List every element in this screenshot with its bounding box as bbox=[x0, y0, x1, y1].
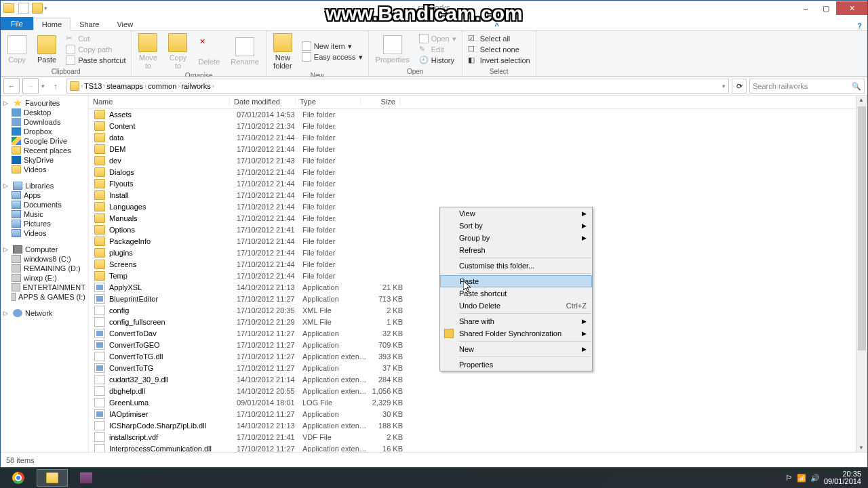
invert-selection-button[interactable]: ◧Invert selection bbox=[465, 56, 533, 65]
copy-to-button[interactable]: Copy to bbox=[164, 32, 191, 71]
file-row[interactable]: ICSharpCode.SharpZipLib.dll14/10/2012 21… bbox=[89, 420, 856, 432]
nav-drive-ent[interactable]: ENTERTAINMENT bbox=[1, 283, 88, 292]
file-row[interactable]: cudart32_30_9.dll14/10/2012 21:14Applica… bbox=[89, 374, 856, 386]
nav-recent[interactable]: Recent places bbox=[1, 146, 88, 155]
copy-path-button[interactable]: Copy path bbox=[63, 45, 128, 54]
col-name[interactable]: Name bbox=[89, 98, 230, 106]
nav-skydrive[interactable]: SkyDrive bbox=[1, 155, 88, 165]
properties-button[interactable]: Properties bbox=[372, 34, 414, 65]
tab-file[interactable]: File bbox=[1, 17, 33, 30]
history-button[interactable]: 🕘History bbox=[416, 56, 459, 65]
file-row[interactable]: Install17/10/2012 21:44File folder bbox=[89, 190, 856, 201]
crumb-ts13[interactable]: TS13 bbox=[84, 82, 102, 90]
ctx-shared-sync[interactable]: Shared Folder Synchronization▶ bbox=[440, 327, 592, 340]
search-input[interactable]: Search railworks 🔍 bbox=[749, 79, 865, 94]
new-item-button[interactable]: New item ▾ bbox=[299, 41, 366, 51]
nav-desktop[interactable]: Desktop bbox=[1, 108, 88, 117]
maximize-button[interactable]: ▢ bbox=[816, 1, 836, 15]
file-row[interactable]: dev17/10/2012 21:43File folder bbox=[89, 155, 856, 167]
move-to-button[interactable]: Move to bbox=[134, 32, 161, 71]
nav-music[interactable]: Music bbox=[1, 209, 88, 219]
copy-button[interactable]: Copy bbox=[3, 34, 31, 65]
nav-googledrive[interactable]: Google Drive bbox=[1, 136, 88, 146]
tab-home[interactable]: Home bbox=[33, 18, 71, 30]
delete-button[interactable]: ✕Delete bbox=[194, 36, 224, 67]
nav-drive-e[interactable]: winxp (E:) bbox=[1, 273, 88, 283]
tray-network-icon[interactable]: 📶 bbox=[797, 474, 806, 483]
nav-pictures[interactable]: Pictures bbox=[1, 219, 88, 228]
taskbar-chrome[interactable] bbox=[3, 469, 34, 487]
ctx-paste-shortcut[interactable]: Paste shortcut bbox=[440, 287, 592, 300]
ctx-undo-delete[interactable]: Undo DeleteCtrl+Z bbox=[440, 300, 592, 312]
file-row[interactable]: data17/10/2012 21:44File folder bbox=[89, 132, 856, 144]
recent-dropdown-icon[interactable]: ▾ bbox=[41, 83, 45, 89]
nav-lib-videos[interactable]: Videos bbox=[1, 228, 88, 238]
nav-drive-d[interactable]: REMAINING (D:) bbox=[1, 264, 88, 273]
back-button[interactable]: ← bbox=[3, 78, 20, 94]
edit-button[interactable]: ✎Edit bbox=[416, 45, 459, 54]
file-row[interactable]: Assets07/01/2014 14:53File folder bbox=[89, 109, 856, 121]
file-row[interactable]: IAOptimiser17/10/2012 11:27Application30… bbox=[89, 409, 856, 420]
breadcrumb[interactable]: › TS13› steamapps› common› railworks› ▾ bbox=[66, 79, 729, 94]
ctx-sort-by[interactable]: Sort by▶ bbox=[440, 220, 592, 232]
file-row[interactable]: Content17/10/2012 21:34File folder bbox=[89, 121, 856, 132]
taskbar-clock[interactable]: 20:35 09/01/2014 bbox=[824, 470, 861, 485]
minimize-button[interactable]: – bbox=[795, 1, 816, 15]
ctx-paste[interactable]: Paste bbox=[440, 275, 592, 287]
new-folder-button[interactable]: New folder bbox=[269, 32, 296, 71]
file-row[interactable]: Dialogs17/10/2012 21:44File folder bbox=[89, 167, 856, 178]
crumb-common[interactable]: common bbox=[148, 82, 176, 90]
forward-button[interactable]: → bbox=[22, 78, 39, 94]
tray-flag-icon[interactable]: 🏳 bbox=[785, 474, 793, 482]
col-type[interactable]: Type bbox=[296, 98, 361, 106]
ctx-refresh[interactable]: Refresh bbox=[440, 244, 592, 256]
nav-documents[interactable]: Documents bbox=[1, 200, 88, 209]
nav-videos[interactable]: Videos bbox=[1, 165, 88, 174]
ctx-share-with[interactable]: Share with▶ bbox=[440, 315, 592, 327]
crumb-steamapps[interactable]: steamapps bbox=[106, 82, 143, 90]
open-button[interactable]: Open ▾ bbox=[416, 34, 459, 43]
ctx-new[interactable]: New▶ bbox=[440, 343, 592, 355]
select-none-button[interactable]: ☐Select none bbox=[465, 45, 533, 54]
nav-dropbox[interactable]: Dropbox bbox=[1, 127, 88, 136]
col-date[interactable]: Date modified bbox=[230, 98, 296, 106]
nav-favourites[interactable]: ▷Favourites bbox=[1, 98, 88, 108]
tab-view[interactable]: View bbox=[108, 18, 142, 30]
file-row[interactable]: GreenLuma09/01/2014 18:01LOG File2,329 K… bbox=[89, 397, 856, 409]
file-row[interactable]: InterprocessCommunication.dll17/10/2012 … bbox=[89, 443, 856, 452]
close-button[interactable]: ✕ bbox=[836, 1, 867, 15]
up-button[interactable]: ↑ bbox=[47, 78, 64, 94]
help-icon[interactable]: ? bbox=[852, 22, 867, 30]
file-row[interactable]: installscript.vdf17/10/2012 21:41VDF Fil… bbox=[89, 432, 856, 443]
paste-shortcut-button[interactable]: Paste shortcut bbox=[63, 56, 128, 65]
nav-network[interactable]: ▷Network bbox=[1, 308, 88, 318]
minimize-ribbon-icon[interactable]: ^ bbox=[489, 22, 504, 30]
ctx-group-by[interactable]: Group by▶ bbox=[440, 232, 592, 244]
paste-button[interactable]: Paste bbox=[33, 34, 60, 65]
file-row[interactable]: DEM17/10/2012 21:44File folder bbox=[89, 144, 856, 155]
rename-button[interactable]: Rename bbox=[226, 36, 263, 67]
qat-newfolder-icon[interactable] bbox=[32, 3, 43, 14]
select-all-button[interactable]: ☑Select all bbox=[465, 34, 533, 43]
vertical-scrollbar[interactable] bbox=[856, 96, 867, 452]
ctx-properties[interactable]: Properties bbox=[440, 359, 592, 371]
nav-computer[interactable]: ▷Computer bbox=[1, 245, 88, 254]
refresh-button[interactable]: ⟳ bbox=[732, 79, 747, 94]
nav-libraries[interactable]: ▷Libraries bbox=[1, 181, 88, 190]
file-row[interactable]: dbghelp.dll14/10/2012 20:55Application e… bbox=[89, 386, 856, 397]
file-row[interactable]: Flyouts17/10/2012 21:44File folder bbox=[89, 178, 856, 190]
system-tray[interactable]: 🏳 📶 🔊 20:35 09/01/2014 bbox=[780, 470, 867, 485]
ctx-customise[interactable]: Customise this folder... bbox=[440, 260, 592, 272]
cut-button[interactable]: ✂Cut bbox=[63, 34, 128, 43]
tab-share[interactable]: Share bbox=[71, 18, 108, 30]
tray-volume-icon[interactable]: 🔊 bbox=[810, 474, 820, 483]
qat-dropdown-icon[interactable]: ▾ bbox=[44, 5, 47, 12]
nav-drive-apps[interactable]: APPS & GAMES (I:) bbox=[1, 292, 88, 302]
qat-properties-icon[interactable] bbox=[18, 3, 29, 14]
taskbar-winrar[interactable] bbox=[71, 469, 102, 487]
column-headers[interactable]: Name Date modified Type Size bbox=[89, 96, 856, 109]
easy-access-button[interactable]: Easy access ▾ bbox=[299, 52, 366, 62]
breadcrumb-dropdown-icon[interactable]: ▾ bbox=[722, 83, 726, 89]
nav-apps[interactable]: Apps bbox=[1, 190, 88, 200]
nav-drive-c[interactable]: windows8 (C:) bbox=[1, 254, 88, 264]
